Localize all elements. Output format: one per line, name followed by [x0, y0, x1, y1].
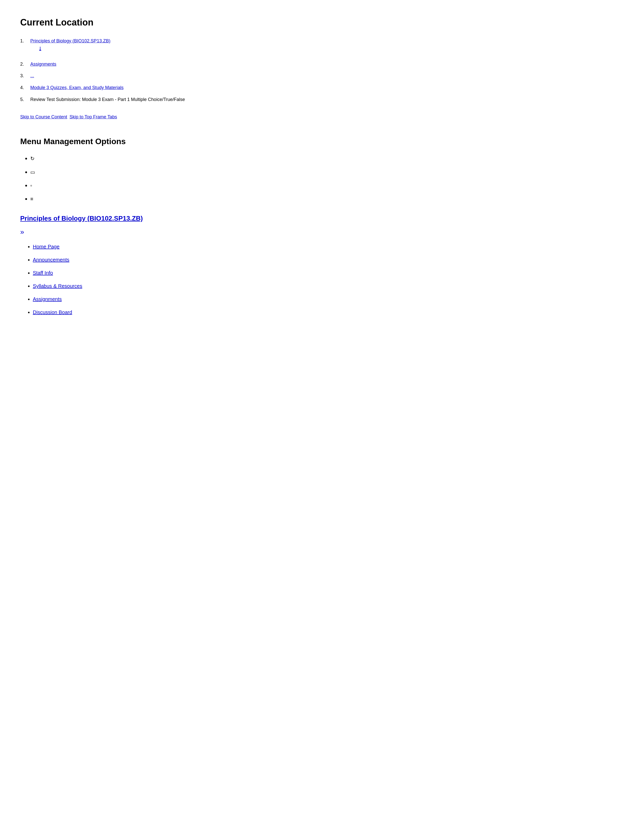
breadcrumb-item-2: 2. Assignments [20, 61, 624, 68]
course-nav-list: Home Page Announcements Staff Info Sylla… [20, 243, 624, 316]
breadcrumb-link-1[interactable]: Principles of Biology (BIO102.SP13.ZB) [30, 39, 110, 43]
menu-management-heading: Menu Management Options [20, 135, 624, 148]
staff-info-link[interactable]: Staff Info [33, 270, 53, 276]
menu-options-list: ↻ ▭ ▫ ≡ [20, 154, 624, 203]
breadcrumb-num-4: 4. [20, 84, 28, 92]
nav-item-discussion-board: Discussion Board [33, 308, 624, 316]
menu-option-refresh[interactable]: ↻ [30, 154, 624, 163]
menu-option-folder[interactable]: ▫ [30, 181, 624, 190]
breadcrumb-item-5: 5. Review Test Submission: Module 3 Exam… [20, 96, 624, 103]
course-title-link[interactable]: Principles of Biology (BIO102.SP13.ZB) [20, 213, 624, 224]
breadcrumb-num-1: 1. [20, 37, 28, 45]
breadcrumb-num-3: 3. [20, 72, 28, 79]
refresh-icon: ↻ [30, 156, 35, 161]
breadcrumb-num-5: 5. [20, 96, 28, 103]
discussion-board-link[interactable]: Discussion Board [33, 309, 72, 315]
menu-option-list[interactable]: ≡ [30, 195, 624, 203]
menu-option-monitor[interactable]: ▭ [30, 167, 624, 177]
breadcrumb-item-3: 3. ... [20, 72, 624, 79]
folder-icon: ▫ [30, 183, 32, 188]
breadcrumb-num-2: 2. [20, 61, 28, 68]
home-page-link[interactable]: Home Page [33, 244, 60, 249]
breadcrumb-list: 1. Principles of Biology (BIO102.SP13.ZB… [20, 37, 624, 103]
list-icon: ≡ [30, 196, 33, 202]
nav-item-assignments: Assignments [33, 295, 624, 303]
nav-item-staff-info: Staff Info [33, 269, 624, 277]
breadcrumb-link-3[interactable]: ... [30, 72, 34, 79]
nav-item-home: Home Page [33, 243, 624, 251]
skip-links-container: Skip to Course Content Skip to Top Frame… [20, 113, 624, 121]
breadcrumb-link-4[interactable]: Module 3 Quizzes, Exam, and Study Materi… [30, 84, 124, 92]
breadcrumb-link-2[interactable]: Assignments [30, 61, 56, 68]
current-location-section: Current Location 1. Principles of Biolog… [20, 15, 624, 103]
breadcrumb-item-4: 4. Module 3 Quizzes, Exam, and Study Mat… [20, 84, 624, 92]
skip-to-course-link[interactable]: Skip to Course Content [20, 114, 67, 119]
assignments-link[interactable]: Assignments [33, 296, 62, 302]
breadcrumb-text-5: Review Test Submission: Module 3 Exam - … [30, 96, 185, 103]
nav-item-syllabus: Syllabus & Resources [33, 282, 624, 290]
announcements-link[interactable]: Announcements [33, 257, 69, 262]
nav-item-announcements: Announcements [33, 256, 624, 264]
skip-to-top-frame-link[interactable]: Skip to Top Frame Tabs [69, 114, 117, 119]
current-location-heading: Current Location [20, 15, 624, 30]
chevron-down-icon-1: ⤓ [38, 44, 110, 53]
course-nav-section: Principles of Biology (BIO102.SP13.ZB) »… [20, 213, 624, 316]
double-chevron-icon: » [20, 227, 624, 238]
menu-management-section: Menu Management Options ↻ ▭ ▫ ≡ [20, 135, 624, 203]
syllabus-resources-link[interactable]: Syllabus & Resources [33, 283, 82, 289]
monitor-icon: ▭ [30, 169, 35, 175]
breadcrumb-item-1: 1. Principles of Biology (BIO102.SP13.ZB… [20, 37, 624, 56]
